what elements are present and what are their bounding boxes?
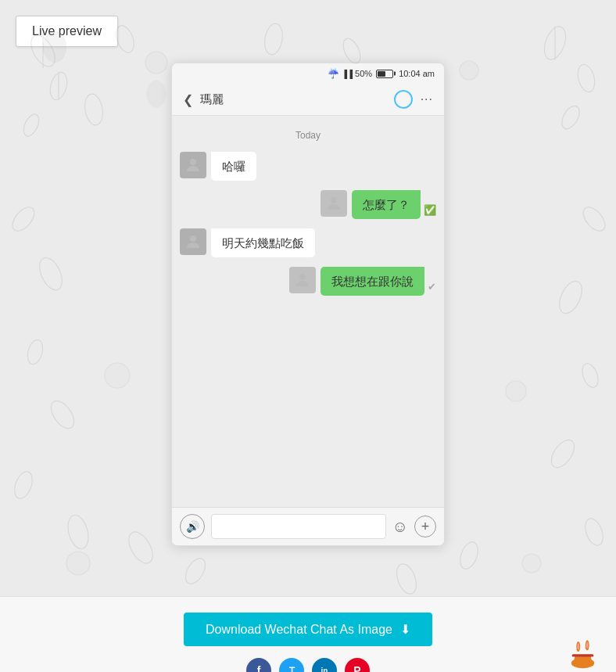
logo-icon: ★ ★: [565, 638, 600, 672]
svg-point-29: [457, 540, 481, 572]
plus-icon: +: [421, 519, 430, 535]
svg-point-13: [25, 338, 45, 366]
input-bar: 🔊 ☺ +: [172, 507, 444, 545]
svg-point-9: [575, 63, 598, 94]
svg-point-45: [586, 642, 588, 649]
back-button[interactable]: ❮ 瑪麗: [183, 92, 224, 107]
svg-point-24: [105, 363, 130, 388]
chat-header: ❮ 瑪麗 ···: [172, 84, 444, 116]
svg-point-35: [331, 197, 337, 203]
voice-button[interactable]: 🔊: [180, 514, 205, 539]
battery-percent: 50%: [355, 69, 372, 78]
svg-point-37: [299, 274, 306, 280]
message-bubble: 我想想在跟你說: [321, 267, 424, 296]
svg-point-11: [9, 203, 38, 235]
date-divider: Today: [180, 130, 436, 141]
video-call-icon[interactable]: [394, 90, 413, 109]
message-row: 明天約幾點吃飯: [180, 228, 436, 257]
live-preview-button[interactable]: Live preview: [16, 16, 118, 47]
facebook-icon: f: [257, 664, 261, 672]
svg-point-28: [124, 528, 158, 567]
pinterest-share-button[interactable]: P: [345, 658, 370, 672]
svg-point-44: [578, 643, 579, 649]
read-receipt-icon: ✔: [428, 281, 436, 293]
svg-point-27: [522, 554, 541, 573]
header-icons: ···: [394, 90, 433, 109]
svg-point-5: [20, 112, 41, 138]
wifi-icon: ☔: [328, 68, 339, 79]
message-bubble: 明天約幾點吃飯: [211, 228, 315, 257]
back-arrow-icon: ❮: [183, 92, 193, 107]
svg-point-6: [83, 92, 106, 126]
svg-point-16: [65, 513, 92, 552]
svg-point-18: [555, 278, 586, 317]
svg-point-19: [579, 361, 601, 390]
message-row: 哈囉: [180, 152, 436, 181]
pinterest-icon: P: [353, 664, 360, 672]
twitter-icon: 𝖳: [289, 666, 295, 673]
logo-area: ★ ★ 科技兔: [565, 638, 600, 672]
download-icon: ⬇: [400, 622, 410, 637]
svg-point-31: [340, 36, 364, 66]
svg-point-12: [35, 254, 66, 293]
message-bubble: 怎麼了？: [352, 190, 421, 219]
message-row: ✅ 怎麼了？: [180, 190, 436, 219]
svg-point-17: [579, 203, 609, 235]
svg-point-23: [460, 61, 478, 80]
facebook-share-button[interactable]: f: [246, 658, 271, 672]
svg-point-20: [547, 436, 579, 471]
svg-point-25: [506, 381, 526, 401]
bottom-section: Download Wechat Chat As Image ⬇ f 𝖳 in P: [0, 596, 616, 672]
svg-point-32: [181, 555, 209, 587]
bubble-wrapper: ✔ 我想想在跟你說: [321, 267, 436, 296]
svg-point-33: [393, 561, 420, 596]
battery-icon: [376, 70, 393, 78]
svg-point-2: [48, 70, 70, 102]
avatar: [180, 152, 206, 178]
download-button[interactable]: Download Wechat Chat As Image ⬇: [184, 613, 432, 646]
social-icons: f 𝖳 in P: [246, 658, 370, 672]
avatar: [180, 228, 206, 255]
svg-point-22: [145, 52, 167, 74]
message-bubble: 哈囉: [211, 152, 256, 181]
preview-area: Live preview ☔ ▐▐ 50% 10:04 am ❮: [0, 0, 616, 596]
linkedin-share-button[interactable]: in: [312, 658, 337, 672]
time-display: 10:04 am: [399, 69, 435, 78]
svg-point-34: [190, 159, 196, 165]
svg-point-26: [66, 552, 90, 575]
bubble-wrapper: ✅ 怎麼了？: [352, 190, 436, 219]
add-button[interactable]: +: [414, 516, 436, 537]
svg-point-14: [47, 397, 79, 432]
chat-body: Today 哈囉: [172, 116, 444, 507]
more-options-icon[interactable]: ···: [421, 92, 433, 106]
emoji-button[interactable]: ☺: [392, 518, 408, 536]
message-row: ✔ 我想想在跟你說: [180, 267, 436, 296]
svg-point-21: [582, 516, 606, 548]
svg-point-15: [11, 469, 35, 501]
svg-rect-39: [572, 654, 594, 656]
svg-point-36: [190, 235, 196, 242]
twitter-share-button[interactable]: 𝖳: [279, 658, 304, 672]
message-input[interactable]: [211, 514, 386, 539]
contact-name: 瑪麗: [200, 92, 224, 107]
svg-point-10: [558, 103, 583, 132]
read-receipt-icon: ✅: [424, 204, 436, 216]
voice-icon: 🔊: [186, 520, 199, 533]
status-bar: ☔ ▐▐ 50% 10:04 am: [172, 63, 444, 84]
avatar: [321, 190, 347, 217]
svg-point-7: [540, 23, 570, 63]
linkedin-icon: in: [321, 667, 328, 673]
signal-icon: ▐▐: [342, 70, 353, 78]
phone-mockup: ☔ ▐▐ 50% 10:04 am ❮ 瑪麗 ···: [171, 63, 445, 546]
svg-point-30: [263, 22, 285, 56]
avatar: [289, 267, 316, 293]
download-label: Download Wechat Chat As Image: [206, 623, 392, 637]
